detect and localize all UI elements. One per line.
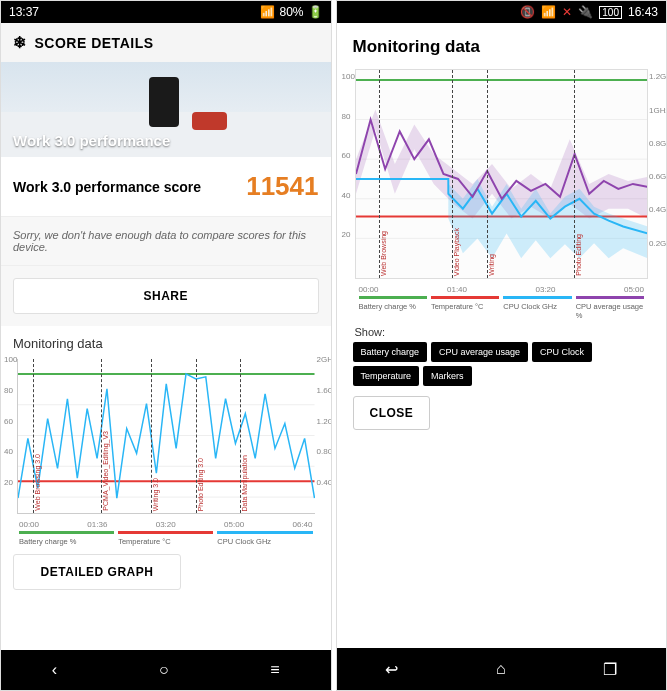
close-button[interactable]: CLOSE (353, 396, 431, 430)
android-nav-bar-left: ‹ ○ ≡ (1, 650, 331, 690)
back-icon[interactable]: ↩ (385, 660, 398, 679)
score-value: 11541 (246, 171, 318, 202)
android-nav-bar-right: ↩ ⌂ ❐ (337, 648, 667, 690)
hero-image: Work 3.0 performance (1, 62, 331, 157)
show-label: Show: (355, 326, 649, 338)
monitoring-chart-right[interactable]: 100 80 60 40 20 1.2GHz 1GHz 0.8GHz 0.6GH… (355, 69, 649, 279)
snowflake-icon: ❄ (13, 33, 27, 52)
monitoring-title-left: Monitoring data (13, 336, 319, 351)
battery-text: 100 (599, 6, 622, 19)
compare-message: Sorry, we don't have enough data to comp… (1, 216, 331, 266)
score-label: Work 3.0 performance score (13, 179, 201, 195)
monitoring-chart-left[interactable]: 100 80 60 40 20 2GHz 1.6GHz 1.2GHz 0.8GH… (17, 359, 315, 514)
sim-icon: 📵 (520, 5, 535, 19)
toggle-row: Battery charge CPU average usage CPU Clo… (353, 342, 651, 386)
signal-icon: 📶 (260, 5, 275, 19)
status-icons: 📶 80% 🔋 (260, 5, 322, 19)
battery-icon: 🔋 (308, 5, 323, 19)
header-title: SCORE DETAILS (35, 35, 154, 51)
monitoring-title-right: Monitoring data (353, 37, 651, 57)
home-icon[interactable]: ⌂ (496, 660, 506, 678)
status-time: 13:37 (9, 5, 39, 19)
toggle-temperature[interactable]: Temperature (353, 366, 420, 386)
detailed-graph-button[interactable]: DETAILED GRAPH (13, 554, 181, 590)
recents-icon[interactable]: ≡ (270, 661, 279, 679)
score-details-header: ❄ SCORE DETAILS (1, 23, 331, 62)
toggle-cpu-usage[interactable]: CPU average usage (431, 342, 528, 362)
hero-title: Work 3.0 performance (13, 132, 170, 149)
legend-labels-right: Battery charge % Temperature °C CPU Cloc… (353, 302, 651, 320)
x-ticks-left: 00:0001:3603:2005:0006:40 (13, 520, 319, 531)
home-icon[interactable]: ○ (159, 661, 169, 679)
battery-text: 80% (279, 5, 303, 19)
phone-left: 13:37 📶 80% 🔋 ❄ SCORE DETAILS Work 3.0 p… (0, 0, 332, 691)
share-button[interactable]: SHARE (13, 278, 319, 314)
toggle-markers[interactable]: Markers (423, 366, 472, 386)
status-bar-right: 📵 📶 ✕ 🔌 100 16:43 (337, 1, 667, 23)
battery-icon: 🔌 (578, 5, 593, 19)
sled-figure (192, 112, 227, 130)
score-row: Work 3.0 performance score 11541 (1, 157, 331, 216)
signal-x-icon: ✕ (562, 5, 572, 19)
toggle-battery[interactable]: Battery charge (353, 342, 428, 362)
skier-figure (149, 77, 179, 127)
legend-labels-left: Battery charge % Temperature °C CPU Cloc… (13, 537, 319, 546)
back-icon[interactable]: ‹ (52, 661, 57, 679)
status-time: 16:43 (628, 5, 658, 19)
wifi-icon: 📶 (541, 5, 556, 19)
x-ticks-right: 00:0001:4003:2005:00 (353, 285, 651, 296)
toggle-cpu-clock[interactable]: CPU Clock (532, 342, 592, 362)
phone-right: 📵 📶 ✕ 🔌 100 16:43 Monitoring data 100 80… (336, 0, 668, 691)
recents-icon[interactable]: ❐ (603, 660, 617, 679)
status-bar-left: 13:37 📶 80% 🔋 (1, 1, 331, 23)
